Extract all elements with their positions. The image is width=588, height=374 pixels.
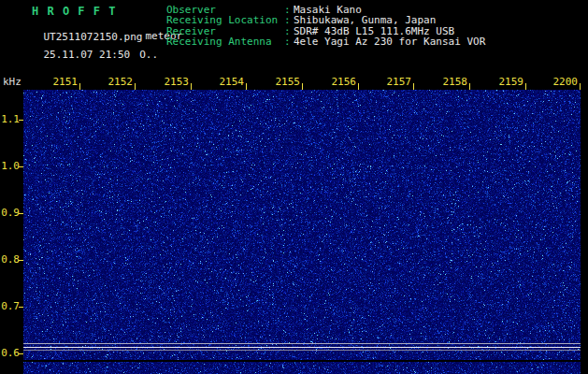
x-tick — [358, 83, 359, 90]
status-indicator: O.. — [139, 49, 158, 61]
x-tick-label: 2154 — [218, 76, 244, 88]
signal-strip-canvas — [23, 362, 581, 374]
x-tick-label: 2158 — [441, 76, 467, 88]
datetime-label: 25.11.07 21:50 — [44, 49, 131, 61]
datetime-row: 25.11.07 21:50O.. — [19, 36, 158, 73]
x-tick-label: 2159 — [497, 76, 523, 88]
x-tick-label: 2151 — [51, 76, 78, 88]
info-label: Receiving Antenna — [166, 36, 284, 47]
y-tick-label: 1.1 — [0, 113, 20, 125]
x-tick-label: 2152 — [107, 76, 133, 88]
x-tick — [302, 83, 303, 90]
y-tick-label: 0.8 — [0, 253, 20, 266]
x-tick — [191, 83, 192, 90]
x-tick — [135, 83, 136, 90]
x-tick — [469, 83, 470, 90]
x-tick-label: 2200 — [552, 76, 578, 88]
x-tick — [525, 83, 526, 90]
info-separator: : — [284, 36, 294, 47]
y-tick-label: 0.7 — [0, 300, 20, 312]
x-tick — [580, 83, 581, 90]
station-info-table: Observer : Masaki Kano Receiving Locatio… — [166, 5, 485, 48]
y-tick-label: 1.0 — [0, 160, 20, 172]
app-title: H R O F F T — [32, 5, 116, 18]
x-tick — [413, 83, 414, 90]
info-value: 4ele Yagi Az 230 for Kansai VOR — [294, 36, 485, 47]
hrofft-screen: H R O F F T UT2511072150.pngmeteor 25.11… — [0, 0, 588, 374]
y-tick-label: 0.9 — [0, 207, 20, 219]
x-tick-label: 2156 — [330, 76, 356, 88]
y-tick-label: 0.6 — [0, 347, 20, 359]
info-row-antenna: Receiving Antenna : 4ele Yagi Az 230 for… — [166, 36, 485, 47]
x-tick — [79, 83, 80, 90]
x-tick — [246, 83, 247, 90]
x-tick-label: 2153 — [163, 76, 189, 88]
x-tick-label: 2157 — [385, 76, 411, 88]
y-axis-unit-label: kHz — [3, 76, 22, 88]
x-tick-label: 2155 — [274, 76, 300, 88]
spectrogram-canvas — [23, 90, 581, 360]
